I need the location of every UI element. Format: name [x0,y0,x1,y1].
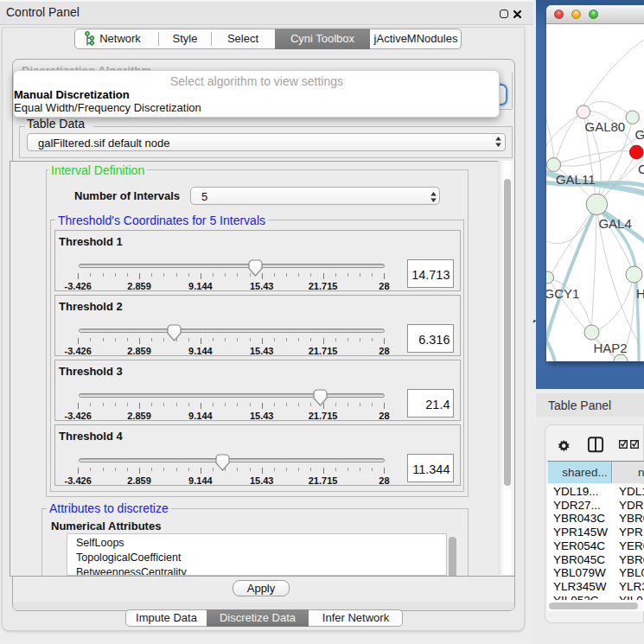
svg-text:C: C [638,162,644,176]
svg-text:GCY1: GCY1 [546,286,579,301]
svg-text:GAL11: GAL11 [556,172,596,187]
svg-text:GAL80: GAL80 [585,119,626,134]
svg-text:GAL4: GAL4 [598,216,631,231]
svg-text:G: G [635,127,644,142]
svg-text:H: H [636,286,644,301]
svg-text:HAP2: HAP2 [594,341,628,355]
